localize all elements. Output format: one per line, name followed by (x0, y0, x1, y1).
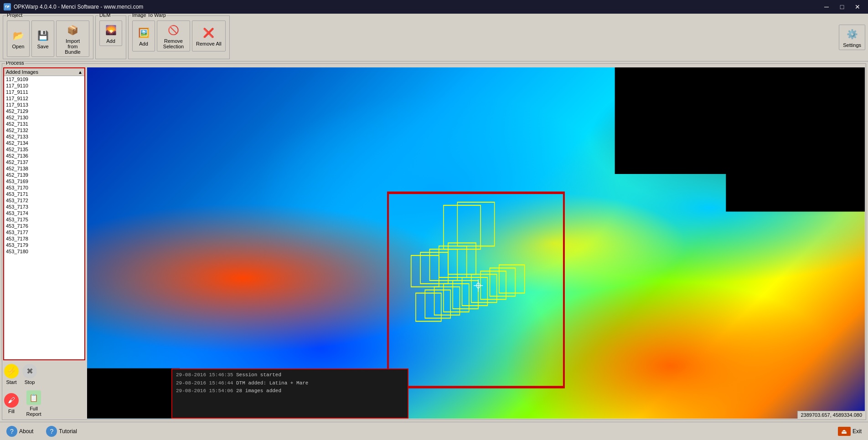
bottom-left: ? About ? Tutorial (4, 425, 80, 438)
controls-row: ⚡ Start ✖ Stop (3, 362, 85, 387)
image-list-container: Added Images ▲ 117_9109117_9110117_91111… (3, 67, 85, 360)
project-group: Project 📂 Open 💾 Save 📦 Import from Bund… (3, 15, 93, 59)
import-icon: 📦 (66, 23, 80, 37)
open-button[interactable]: 📂 Open (7, 20, 30, 57)
list-item[interactable]: 453_7173 (4, 204, 84, 210)
tutorial-button[interactable]: ? Tutorial (43, 425, 80, 438)
about-label: About (19, 428, 33, 435)
dem-add-icon: 🌄 (103, 23, 118, 37)
list-item[interactable]: 452_7129 (4, 108, 84, 114)
remove-selection-icon: 🚫 (166, 23, 181, 37)
image-add-button[interactable]: 🖼️ Add (132, 20, 155, 51)
list-item[interactable]: 452_7131 (4, 121, 84, 127)
log-line: 29-08-2016 15:54:06 28 images added (176, 387, 404, 395)
coordinates-text: 2389703.657, 4589334.080 (801, 412, 862, 418)
report-icon: 📋 (26, 390, 41, 405)
image-list-scroll[interactable]: 117_9109117_9110117_9111117_9112117_9113… (4, 76, 84, 359)
map-area[interactable]: 29-08-2016 15:46:35 Session started29-08… (87, 67, 865, 419)
body-area: Process Added Images ▲ 117_9109117_91101… (0, 61, 868, 422)
list-item[interactable]: 453_7169 (4, 178, 84, 184)
log-timestamp: 29-08-2016 15:46:35 (176, 372, 233, 378)
import-bundle-button[interactable]: 📦 Import from Bundle (56, 20, 89, 57)
dem-add-button[interactable]: 🌄 Add (99, 20, 122, 46)
list-item[interactable]: 452_7132 (4, 127, 84, 133)
settings-area: ⚙️ Settings (839, 15, 865, 59)
window-controls: ─ □ ✕ (820, 2, 864, 11)
list-item[interactable]: 117_9113 (4, 102, 84, 108)
image-to-warp-buttons: 🖼️ Add 🚫 Remove Selection ❌ Remove All (132, 20, 226, 51)
stop-button[interactable]: ✖ Stop (21, 363, 38, 386)
list-item[interactable]: 117_9112 (4, 95, 84, 102)
list-item[interactable]: 452_7134 (4, 140, 84, 146)
list-item[interactable]: 117_9109 (4, 76, 84, 82)
fill-button[interactable]: 🖌 Fill (3, 392, 20, 415)
list-item[interactable]: 117_9111 (4, 89, 84, 95)
close-button[interactable]: ✕ (851, 2, 864, 11)
list-item[interactable]: 453_7170 (4, 184, 84, 191)
list-item[interactable]: 452_7136 (4, 153, 84, 159)
list-item[interactable]: 453_7172 (4, 197, 84, 204)
list-item[interactable]: 452_7138 (4, 165, 84, 172)
list-item[interactable]: 453_7177 (4, 229, 84, 235)
project-group-label: Project (6, 14, 23, 18)
log-area: 29-08-2016 15:46:35 Session started29-08… (171, 368, 408, 419)
process-group: Process Added Images ▲ 117_9109117_91101… (2, 63, 866, 420)
remove-all-icon: ❌ (202, 26, 216, 40)
start-icon: ⚡ (4, 364, 19, 379)
exit-icon: ⏏ (838, 427, 851, 436)
list-item[interactable]: 452_7139 (4, 172, 84, 178)
exit-button[interactable]: ⏏ Exit (835, 426, 864, 437)
image-list-header: Added Images ▲ (4, 68, 84, 76)
list-item[interactable]: 453_7176 (4, 223, 84, 229)
image-list-scroll-indicator: ▲ (78, 70, 83, 75)
toolbar: Project 📂 Open 💾 Save 📦 Import from Bund… (0, 14, 868, 61)
dem-group: DEM 🌄 Add (95, 15, 126, 59)
list-item[interactable]: 453_7178 (4, 235, 84, 242)
list-item[interactable]: 453_7180 (4, 248, 84, 255)
settings-icon: ⚙️ (845, 27, 859, 41)
list-item[interactable]: 453_7175 (4, 216, 84, 223)
map-canvas: 29-08-2016 15:46:35 Session started29-08… (87, 67, 865, 419)
log-timestamp: 29-08-2016 15:46:44 (176, 380, 233, 386)
left-panel: Added Images ▲ 117_9109117_9110117_91111… (3, 67, 85, 419)
log-timestamp: 29-08-2016 15:54:06 (176, 388, 233, 394)
list-item[interactable]: 452_7130 (4, 114, 84, 121)
image-add-icon: 🖼️ (136, 26, 151, 40)
log-line: 29-08-2016 15:46:44 DTM added: Latina + … (176, 379, 404, 388)
fill-icon: 🖌 (4, 393, 19, 408)
coordinates-bar: 2389703.657, 4589334.080 (797, 411, 865, 419)
black-top-right (737, 67, 865, 140)
list-item[interactable]: 452_7133 (4, 133, 84, 140)
open-icon: 📂 (11, 28, 26, 43)
save-button[interactable]: 💾 Save (31, 20, 54, 57)
titlebar: 🗺 OPKWarp 4.0.4.0 - Menci Software - www… (0, 0, 868, 14)
main-content: Project 📂 Open 💾 Save 📦 Import from Bund… (0, 14, 868, 440)
titlebar-left: 🗺 OPKWarp 4.0.4.0 - Menci Software - www… (4, 3, 143, 10)
bottom-bar: ? About ? Tutorial ⏏ Exit (0, 422, 868, 440)
controls-row-2: 🖌 Fill 📋 Full Report (3, 389, 85, 419)
dem-group-label: DEM (98, 14, 111, 18)
settings-button[interactable]: ⚙️ Settings (839, 25, 865, 50)
list-item[interactable]: 453_7174 (4, 210, 84, 216)
tutorial-label: Tutorial (59, 428, 77, 435)
list-item[interactable]: 453_7171 (4, 191, 84, 197)
list-item[interactable]: 452_7135 (4, 146, 84, 153)
image-to-warp-label: Image To Warp (131, 14, 167, 18)
image-list-title: Added Images (6, 69, 38, 75)
app-icon: 🗺 (4, 3, 11, 10)
remove-all-button[interactable]: ❌ Remove All (192, 20, 226, 51)
app-title: OPKWarp 4.0.4.0 - Menci Software - www.m… (14, 4, 143, 10)
minimize-button[interactable]: ─ (820, 2, 833, 11)
remove-selection-button[interactable]: 🚫 Remove Selection (157, 20, 190, 51)
about-button[interactable]: ? About (4, 425, 36, 438)
list-item[interactable]: 117_9110 (4, 82, 84, 89)
exit-label: Exit (852, 428, 862, 435)
list-item[interactable]: 452_7137 (4, 159, 84, 165)
list-item[interactable]: 453_7179 (4, 242, 84, 248)
tutorial-icon: ? (46, 426, 57, 437)
image-to-warp-group: Image To Warp 🖼️ Add 🚫 Remove Selection … (128, 15, 230, 59)
dem-buttons: 🌄 Add (99, 20, 122, 46)
full-report-button[interactable]: 📋 Full Report (21, 389, 46, 418)
maximize-button[interactable]: □ (835, 2, 849, 11)
start-button[interactable]: ⚡ Start (3, 363, 20, 386)
